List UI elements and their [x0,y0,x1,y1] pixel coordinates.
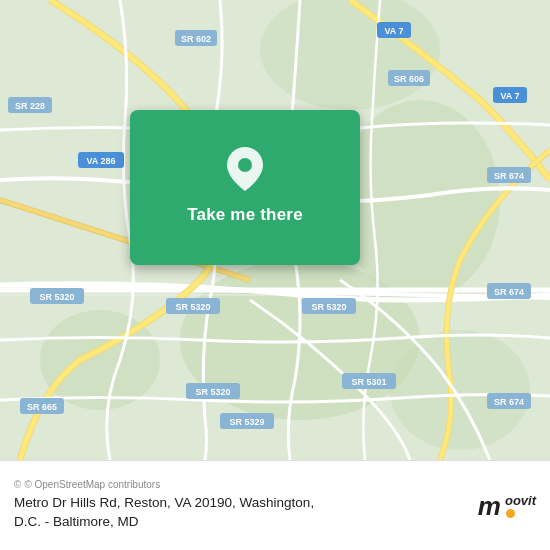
copyright-symbol: © [14,479,21,490]
svg-text:SR 5320: SR 5320 [39,292,74,302]
moovit-dot [506,509,515,518]
svg-text:SR 5320: SR 5320 [311,302,346,312]
svg-text:VA 7: VA 7 [384,26,403,36]
svg-text:SR 602: SR 602 [181,34,211,44]
map-pin [227,147,263,191]
moovit-logo: m oovit [478,493,536,519]
map-view[interactable]: VA 7 VA 7 SR 602 SR 606 SR 228 VA 286 SR… [0,0,550,460]
svg-text:SR 5320: SR 5320 [175,302,210,312]
copyright-label: © OpenStreetMap contributors [24,479,160,490]
svg-text:SR 674: SR 674 [494,397,524,407]
address-text: Metro Dr Hills Rd, Reston, VA 20190, Was… [14,494,468,532]
svg-point-44 [238,158,252,172]
svg-text:SR 228: SR 228 [15,101,45,111]
svg-text:SR 674: SR 674 [494,171,524,181]
svg-text:VA 286: VA 286 [86,156,115,166]
svg-text:SR 674: SR 674 [494,287,524,297]
address-block: © © OpenStreetMap contributors Metro Dr … [14,479,468,532]
info-bar: © © OpenStreetMap contributors Metro Dr … [0,460,550,550]
svg-text:SR 5329: SR 5329 [229,417,264,427]
svg-text:VA 7: VA 7 [500,91,519,101]
svg-text:SR 665: SR 665 [27,402,57,412]
svg-point-4 [390,330,530,450]
take-me-there-button[interactable]: Take me there [175,201,315,229]
moovit-m-letter: m [478,493,501,519]
copyright-text: © © OpenStreetMap contributors [14,479,468,490]
location-popup: Take me there [130,110,360,265]
moovit-text: oovit [505,493,536,509]
svg-text:SR 5320: SR 5320 [195,387,230,397]
svg-text:SR 5301: SR 5301 [351,377,386,387]
svg-text:SR 606: SR 606 [394,74,424,84]
